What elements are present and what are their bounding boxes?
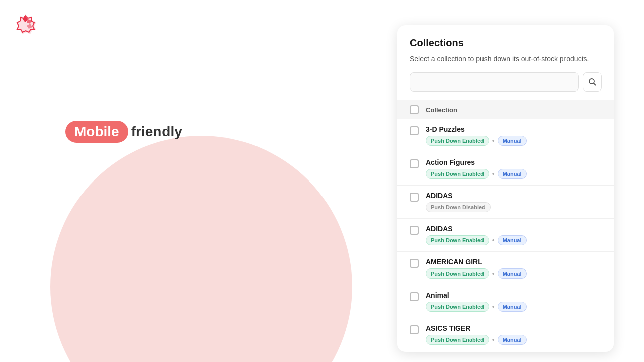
- search-input[interactable]: [410, 72, 579, 92]
- panel-title: Collections: [410, 37, 602, 49]
- item-tags: Push Down Disabled: [426, 202, 602, 212]
- item-content: AMERICAN GIRL Push Down Enabled • Manual: [426, 258, 602, 279]
- status-badge: Push Down Enabled: [426, 335, 489, 345]
- collections-panel: Collections Select a collection to push …: [397, 25, 614, 352]
- list-item[interactable]: 3-D Puzzles Push Down Enabled • Manual: [397, 119, 614, 152]
- item-checkbox-5[interactable]: [410, 292, 419, 301]
- list-item[interactable]: ADIDAS Push Down Disabled: [397, 186, 614, 219]
- item-content: 3-D Puzzles Push Down Enabled • Manual: [426, 125, 602, 146]
- app-logo: [14, 12, 36, 36]
- friendly-text: friendly: [131, 124, 182, 140]
- item-content: ASICS TIGER Push Down Enabled • Manual: [426, 324, 602, 345]
- manual-badge: Manual: [498, 335, 527, 345]
- dot-separator: •: [492, 137, 495, 144]
- hero-section: Mobile friendly: [65, 121, 182, 143]
- item-checkbox-2[interactable]: [410, 193, 419, 202]
- item-content: Action Figures Push Down Enabled • Manua…: [426, 158, 602, 179]
- status-badge: Push Down Enabled: [426, 169, 489, 179]
- item-checkbox-1[interactable]: [410, 159, 419, 168]
- item-checkbox-0[interactable]: [410, 126, 419, 135]
- item-name: ADIDAS: [426, 192, 602, 200]
- list-item[interactable]: AMERICAN GIRL Push Down Enabled • Manual: [397, 252, 614, 285]
- list-item[interactable]: Animal Push Down Enabled • Manual: [397, 285, 614, 318]
- item-name: Animal: [426, 291, 602, 299]
- manual-badge: Manual: [498, 136, 527, 146]
- item-content: Animal Push Down Enabled • Manual: [426, 291, 602, 312]
- dot-separator: •: [492, 270, 495, 277]
- svg-line-1: [594, 83, 596, 85]
- search-row: [410, 72, 602, 92]
- item-name: Action Figures: [426, 158, 602, 166]
- mobile-badge: Mobile: [65, 121, 128, 143]
- status-badge: Push Down Disabled: [426, 202, 491, 212]
- item-tags: Push Down Enabled • Manual: [426, 268, 602, 279]
- manual-badge: Manual: [498, 268, 527, 279]
- search-icon: [588, 78, 596, 86]
- item-name: AMERICAN GIRL: [426, 258, 602, 266]
- panel-header: Collections Select a collection to push …: [397, 25, 614, 100]
- dot-separator: •: [492, 336, 495, 343]
- dot-separator: •: [492, 303, 495, 310]
- item-content: ADIDAS Push Down Disabled: [426, 192, 602, 212]
- item-checkbox-4[interactable]: [410, 259, 419, 268]
- item-name: ADIDAS: [426, 225, 602, 233]
- item-tags: Push Down Enabled • Manual: [426, 235, 602, 245]
- status-badge: Push Down Enabled: [426, 268, 489, 279]
- table-header: Collection: [397, 100, 614, 119]
- item-checkbox-6[interactable]: [410, 325, 419, 334]
- item-tags: Push Down Enabled • Manual: [426, 169, 602, 179]
- manual-badge: Manual: [498, 235, 527, 245]
- search-button[interactable]: [583, 72, 602, 92]
- status-badge: Push Down Enabled: [426, 235, 489, 245]
- list-item[interactable]: ASICS TIGER Push Down Enabled • Manual: [397, 318, 614, 351]
- select-all-checkbox[interactable]: [410, 105, 419, 114]
- item-content: ADIDAS Push Down Enabled • Manual: [426, 225, 602, 245]
- background-decoration: [50, 136, 352, 362]
- collections-list: 3-D Puzzles Push Down Enabled • Manual A…: [397, 119, 614, 352]
- item-checkbox-3[interactable]: [410, 226, 419, 235]
- status-badge: Push Down Enabled: [426, 136, 489, 146]
- dot-separator: •: [492, 170, 495, 177]
- status-badge: Push Down Enabled: [426, 302, 489, 312]
- column-header-collection: Collection: [426, 106, 457, 114]
- dot-separator: •: [492, 237, 495, 244]
- item-tags: Push Down Enabled • Manual: [426, 335, 602, 345]
- list-item[interactable]: Action Figures Push Down Enabled • Manua…: [397, 152, 614, 186]
- manual-badge: Manual: [498, 169, 527, 179]
- manual-badge: Manual: [498, 302, 527, 312]
- panel-subtitle: Select a collection to push down its out…: [410, 54, 602, 64]
- list-item[interactable]: ADIDAS Push Down Enabled • Manual: [397, 219, 614, 252]
- item-tags: Push Down Enabled • Manual: [426, 302, 602, 312]
- item-name: 3-D Puzzles: [426, 125, 602, 133]
- item-name: ASICS TIGER: [426, 324, 602, 332]
- item-tags: Push Down Enabled • Manual: [426, 136, 602, 146]
- list-item[interactable]: ASICS TIGER Push Down Enabled • Manual: [397, 351, 614, 352]
